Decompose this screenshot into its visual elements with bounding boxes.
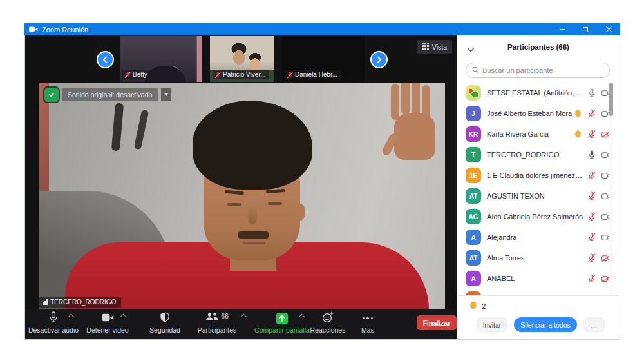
thumbnail-name-label: Daniela Hebr... [285, 70, 341, 79]
avatar: 1E [466, 168, 481, 183]
shield-check-icon [44, 88, 59, 102]
scrollbar-thumb[interactable] [609, 83, 613, 116]
thumbnail-name-label: Patricio Viver... [213, 70, 269, 79]
share-screen-icon [276, 313, 288, 324]
participant-name: Alma Torres [487, 254, 524, 262]
mic-muted-icon [215, 72, 221, 78]
video-area: Betty Patricio Viver... Daniela Hebr... [25, 35, 457, 339]
participant-row[interactable]: AT AGUSTIN TEXON [457, 186, 620, 206]
participant-name: SETSE ESTATAL (Anfitrión, yo) [487, 89, 583, 97]
thumbnail-name-label: Betty [122, 70, 151, 79]
mic-muted-icon [125, 72, 131, 78]
participant-row[interactable]: SETSE ESTATAL (Anfitrión, yo) [457, 83, 620, 103]
panel-title: Participantes (66) [457, 43, 620, 51]
original-sound-dropdown[interactable] [161, 88, 171, 101]
participant-row[interactable]: 1E 1 E Claudia dolores jimenez Re... [457, 165, 620, 186]
participant-row[interactable]: A ANABEL [457, 268, 620, 289]
participant-row[interactable]: AG Aída Gabriela Pérez Salmerón [457, 206, 620, 227]
prev-videos-button[interactable] [97, 51, 114, 68]
mic-muted-icon [588, 109, 596, 118]
titlebar: Zoom Reunión [24, 23, 620, 35]
participant-name: José Alberto Esteban Mora [487, 110, 572, 117]
more-icon [363, 313, 373, 324]
participant-list: SETSE ESTATAL (Anfitrión, yo) J José Alb… [457, 83, 620, 295]
participant-name: Karla Rivera Garcia [487, 130, 549, 138]
mute-all-button[interactable]: Silenciar a todos [514, 317, 577, 332]
avatar: AT [466, 250, 481, 266]
close-button[interactable] [597, 23, 620, 35]
mic-muted-icon [588, 130, 596, 139]
participants-icon [205, 312, 219, 324]
security-button[interactable]: Seguridad [141, 312, 189, 334]
zoom-camera-icon [29, 26, 38, 33]
search-input[interactable] [482, 66, 603, 74]
participant-row[interactable]: J José Alberto Esteban Mora [457, 103, 620, 124]
avatar: A [466, 271, 481, 286]
avatar: AG [466, 209, 481, 224]
raised-hand-icon [573, 130, 582, 139]
participants-panel: Participantes (66) SETSE ESTATAL (Anfitr… [457, 35, 620, 339]
participant-name: TERCERO_RODRIGO [487, 151, 559, 159]
window-title: Zoom Reunión [42, 26, 88, 34]
mic-muted-icon [588, 171, 596, 180]
signal-strength-icon [43, 299, 48, 305]
avatar: T [466, 147, 481, 162]
grid-icon [422, 43, 429, 51]
panel-more-button[interactable]: ... [583, 317, 605, 332]
raised-hands-summary: 2 [468, 300, 486, 311]
raised-hand-icon [573, 109, 582, 118]
next-videos-button[interactable] [370, 51, 388, 68]
avatar: A [466, 230, 481, 245]
reactions-icon [322, 311, 334, 326]
more-button[interactable]: Más [348, 312, 387, 334]
avatar: KR [466, 126, 481, 142]
mic-muted-icon [287, 72, 293, 78]
mic-muted-icon [588, 253, 596, 262]
participant-row[interactable]: T TERCERO_RODRIGO [457, 144, 620, 165]
video-thumbnail[interactable]: Patricio Viver... [210, 36, 274, 82]
participant-row[interactable]: A Alejandra [457, 227, 620, 248]
view-label: Vista [432, 43, 447, 51]
desktop: Zoom Reunión Betty [0, 0, 644, 363]
mic-muted-icon [588, 233, 596, 242]
participant-search[interactable] [466, 63, 610, 78]
invite-button[interactable]: Invitar [477, 317, 507, 332]
participants-button[interactable]: 66 Participantes [191, 312, 243, 334]
main-speaker-video[interactable]: Sonido original: desactivado TERCERO_ROD… [39, 83, 445, 309]
mic-muted-icon [588, 212, 596, 221]
minimize-button[interactable] [551, 23, 574, 35]
participants-count: 66 [221, 312, 229, 320]
original-sound-badge[interactable]: Sonido original: desactivado [62, 88, 158, 101]
video-background-detail [111, 103, 124, 152]
video-thumbnail[interactable]: Betty [120, 36, 202, 82]
reactions-button[interactable]: Reacciones [303, 312, 352, 334]
view-button[interactable]: Vista [417, 40, 452, 54]
zoom-window: Zoom Reunión Betty [24, 23, 620, 340]
thumbnail-strip: Betty Patricio Viver... Daniela Hebr... [25, 35, 457, 83]
participant-row[interactable]: AT Alma Torres [457, 248, 620, 268]
video-thumbnail[interactable]: Daniela Hebr... [282, 36, 365, 82]
speaker-name-label: TERCERO_RODRIGO [39, 297, 121, 308]
list-scrollbar [609, 83, 613, 295]
participant-name: 1 E Claudia dolores jimenez Re... [487, 172, 583, 179]
mic-muted-icon [588, 191, 596, 201]
mic-active-icon [588, 150, 596, 159]
meeting-toolbar: Desactivar audio Detener video [25, 309, 457, 339]
participant-name: ANABEL [487, 275, 515, 282]
raised-hands-count: 2 [482, 302, 486, 310]
search-icon [472, 64, 479, 76]
avatar: AT [466, 188, 481, 204]
camera-icon [102, 313, 114, 324]
video-background-detail [134, 110, 149, 150]
raised-hand-icon [468, 300, 478, 311]
participant-row[interactable] [457, 289, 620, 295]
participant-row[interactable]: KR Karla Rivera Garcia [457, 124, 620, 144]
participant-name: Alejandra [487, 233, 516, 241]
avatar: J [466, 106, 481, 121]
restore-button[interactable] [574, 23, 597, 35]
shield-icon [160, 311, 170, 326]
raised-hand-icon [468, 300, 478, 310]
participant-name: AGUSTIN TEXON [487, 192, 545, 200]
end-meeting-button[interactable]: Finalizar [417, 315, 457, 330]
mic-muted-icon [588, 274, 596, 283]
